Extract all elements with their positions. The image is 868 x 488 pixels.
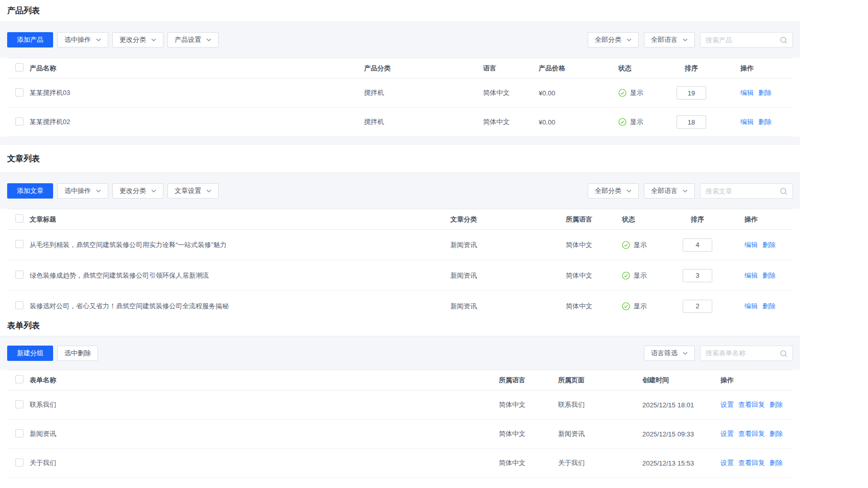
edit-link[interactable]: 编辑 xyxy=(740,118,754,126)
delete-link[interactable]: 删除 xyxy=(769,459,783,467)
status-label: 显示 xyxy=(634,302,647,311)
sort-order-input[interactable] xyxy=(683,269,712,282)
settings-link[interactable]: 设置 xyxy=(720,430,734,437)
filter-category-label: 全部分类 xyxy=(595,35,621,44)
check-circle-icon xyxy=(622,272,630,280)
delete-link[interactable]: 删除 xyxy=(769,430,783,437)
article-settings-dropdown[interactable]: 文章设置 xyxy=(167,183,219,199)
edit-link[interactable]: 编辑 xyxy=(744,241,758,249)
form-section-header: 表单列表 xyxy=(0,315,800,336)
row-actions: 设置查看回复删除 xyxy=(720,429,793,438)
filter-language-dropdown[interactable]: 语言筛选 xyxy=(644,346,695,361)
status-label: 显示 xyxy=(630,88,643,97)
row-checkbox[interactable] xyxy=(15,240,23,248)
article-search xyxy=(700,183,793,199)
product-settings-dropdown[interactable]: 产品设置 xyxy=(167,32,219,47)
delete-link[interactable]: 删除 xyxy=(762,241,776,249)
filter-category-dropdown[interactable]: 全部分类 xyxy=(588,32,639,47)
settings-link[interactable]: 设置 xyxy=(720,459,734,467)
section-divider xyxy=(0,137,800,145)
check-circle-icon xyxy=(622,241,630,249)
row-checkbox[interactable] xyxy=(15,400,23,408)
check-circle-icon xyxy=(622,302,630,310)
product-toolbar-left: 添加产品 选中操作 更改分类 产品设置 xyxy=(7,32,219,47)
product-toolbar-right: 全部分类 全部语言 xyxy=(588,32,793,47)
new-group-button[interactable]: 新建分组 xyxy=(7,346,53,361)
article-language: 简体中文 xyxy=(566,271,622,280)
column-header-language: 所属语言 xyxy=(566,215,622,224)
sort-order-input[interactable] xyxy=(683,300,712,313)
search-icon[interactable] xyxy=(780,350,788,358)
chevron-down-icon xyxy=(96,38,101,41)
filter-category-dropdown[interactable]: 全部分类 xyxy=(588,183,639,199)
select-all-checkbox[interactable] xyxy=(15,214,23,223)
article-language: 简体中文 xyxy=(566,302,622,311)
sort-order-input[interactable] xyxy=(677,115,706,129)
select-all-checkbox[interactable] xyxy=(15,63,23,71)
settings-link[interactable]: 设置 xyxy=(720,401,734,408)
row-actions: 设置查看回复删除 xyxy=(720,458,793,468)
delete-link[interactable]: 删除 xyxy=(762,272,776,279)
chevron-down-icon xyxy=(96,189,101,192)
filter-language-dropdown[interactable]: 全部语言 xyxy=(644,32,695,47)
row-checkbox[interactable] xyxy=(15,301,23,309)
form-name: 新闻资讯 xyxy=(30,429,499,438)
search-icon[interactable] xyxy=(780,36,788,44)
row-checkbox[interactable] xyxy=(15,117,23,126)
search-icon[interactable] xyxy=(780,187,788,196)
table-row: 某某搅拌机03 搅拌机 简体中文 ¥0.00 显示 编辑删除 xyxy=(7,79,793,108)
change-category-dropdown[interactable]: 更改分类 xyxy=(112,32,163,47)
delete-link[interactable]: 删除 xyxy=(758,89,771,96)
delete-selected-button[interactable]: 选中删除 xyxy=(57,346,98,361)
check-circle-icon xyxy=(618,118,626,126)
filter-language-dropdown[interactable]: 全部语言 xyxy=(644,183,695,199)
bulk-actions-dropdown[interactable]: 选中操作 xyxy=(57,183,108,199)
column-header-language: 所属语言 xyxy=(499,376,558,385)
product-language: 简体中文 xyxy=(483,88,539,97)
sort-order-input[interactable] xyxy=(677,86,706,100)
column-header-name: 表单名称 xyxy=(30,376,499,385)
status-label: 显示 xyxy=(634,271,647,280)
bulk-actions-dropdown[interactable]: 选中操作 xyxy=(57,32,108,47)
product-price: ¥0.00 xyxy=(539,118,618,126)
delete-link[interactable]: 删除 xyxy=(762,302,776,310)
add-product-button[interactable]: 添加产品 xyxy=(7,32,53,47)
edit-link[interactable]: 编辑 xyxy=(740,89,754,96)
filter-language-label: 语言筛选 xyxy=(651,349,678,358)
form-name: 联系我们 xyxy=(30,400,499,409)
form-created: 2025/12/13 15:53 xyxy=(642,459,720,467)
chevron-down-icon xyxy=(683,38,688,41)
row-checkbox[interactable] xyxy=(15,271,23,279)
column-header-price: 产品价格 xyxy=(539,64,618,73)
row-checkbox[interactable] xyxy=(15,429,23,437)
article-toolbar-left: 添加文章 选中操作 更改分类 文章设置 xyxy=(7,183,219,199)
article-table-header: 文章标题 文章分类 所属语言 状态 排序 操作 xyxy=(7,209,793,230)
delete-link[interactable]: 删除 xyxy=(769,401,783,408)
view-replies-link[interactable]: 查看回复 xyxy=(738,430,765,437)
check-circle-icon xyxy=(618,89,626,97)
edit-link[interactable]: 编辑 xyxy=(744,302,758,310)
change-category-dropdown[interactable]: 更改分类 xyxy=(112,183,163,199)
sort-order-input[interactable] xyxy=(683,238,712,252)
table-row: 联系我们 简体中文 联系我们 2025/12/15 18:01 设置查看回复删除 xyxy=(7,391,793,420)
form-name: 关于我们 xyxy=(30,458,499,468)
row-checkbox[interactable] xyxy=(15,458,23,467)
form-toolbar: 新建分组 选中删除 语言筛选 xyxy=(0,336,800,370)
add-article-button[interactable]: 添加文章 xyxy=(7,183,53,199)
delete-link[interactable]: 删除 xyxy=(758,118,771,126)
row-checkbox[interactable] xyxy=(15,88,23,96)
table-row: 某某搅拌机02 搅拌机 简体中文 ¥0.00 显示 编辑删除 xyxy=(7,108,793,137)
view-replies-link[interactable]: 查看回复 xyxy=(738,459,765,467)
row-actions: 编辑删除 xyxy=(740,117,793,127)
bulk-actions-label: 选中操作 xyxy=(64,186,91,196)
product-name: 某某搅拌机03 xyxy=(30,88,364,97)
view-replies-link[interactable]: 查看回复 xyxy=(738,401,765,408)
page-title: 文章列表 xyxy=(7,154,40,164)
product-table: 产品名称 产品分类 语言 产品价格 状态 排序 操作 某某搅拌机03 搅拌机 简… xyxy=(7,58,793,137)
edit-link[interactable]: 编辑 xyxy=(744,272,758,279)
form-search-input[interactable] xyxy=(701,346,792,360)
article-search-input[interactable] xyxy=(701,184,792,198)
product-search-input[interactable] xyxy=(701,33,792,47)
table-row: 关于我们 简体中文 关于我们 2025/12/13 15:53 设置查看回复删除 xyxy=(7,449,793,478)
select-all-checkbox[interactable] xyxy=(15,375,23,383)
